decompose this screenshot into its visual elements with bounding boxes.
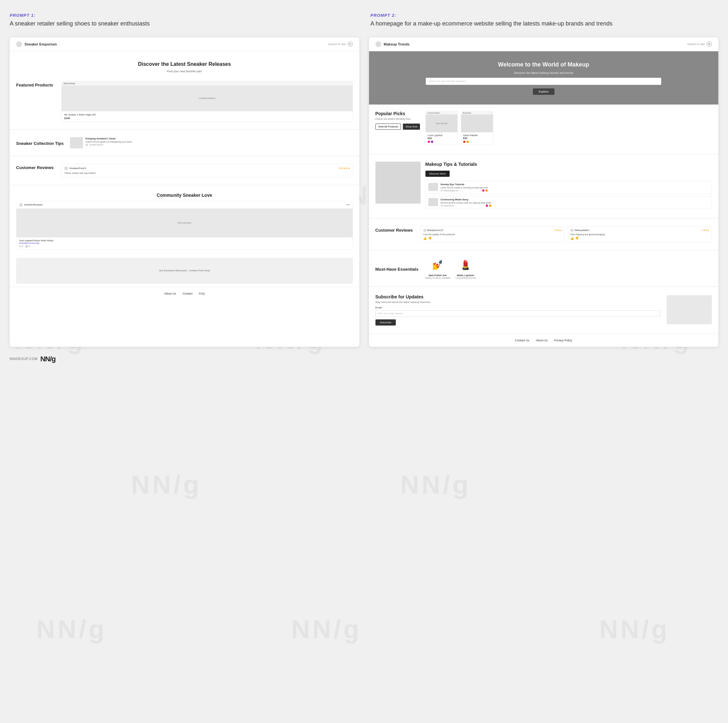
essential-2[interactable]: 💄 Matte Lipstick Long-lasting formula: [455, 258, 476, 279]
popular-buttons: View All Products Shop Now: [375, 124, 421, 130]
makeup-search-icon[interactable]: [707, 41, 712, 47]
tips-section: Sneaker Collection Tips Keeping Sneakers…: [10, 132, 359, 153]
footer-link-contact[interactable]: Contact: [182, 292, 193, 295]
comment-count[interactable]: 💬 5: [26, 245, 30, 248]
featured-product-card[interactable]: New Arrival Limited Edition Air Jordan 1…: [61, 81, 353, 122]
tutorial-1-card: Smoky Eye Tutorial Learn how to create a…: [425, 181, 712, 194]
tip-author-row: SneakCleaner: [86, 144, 132, 146]
review-2-stars: ★★★★: [702, 229, 709, 232]
makeup-product-2[interactable]: Bestseller Glow Palette $35: [461, 111, 493, 145]
view-products-button[interactable]: View All Products: [375, 124, 401, 130]
makeup-footer-about[interactable]: About Us: [536, 339, 548, 342]
explore-button[interactable]: Explore: [533, 89, 554, 95]
post-hashtag: #sneakercommunity: [19, 242, 350, 244]
product-1-detail: Luxe Lipstick $20: [426, 132, 457, 144]
sneaker-footer: About Us Contact FAQ: [10, 287, 359, 300]
author-avatar: [86, 144, 88, 146]
review-text: These shoes are top-notch!: [64, 172, 350, 175]
product-1-image: New Arrival: [426, 115, 457, 132]
essentials-title: Must-Have Essentials: [375, 265, 419, 272]
tutorial-1-icon-pink: [482, 189, 485, 191]
product-1-name: Luxe Lipstick: [428, 134, 456, 137]
shop-now-button[interactable]: Shop Now: [403, 124, 420, 130]
newsletter-section: Get Exclusive Discounts - Limited Time O…: [16, 258, 353, 283]
svg-line-3: [710, 44, 710, 45]
footer-link-about[interactable]: About Us: [164, 292, 176, 295]
tip-title: Keeping Sneakers Clean: [86, 137, 132, 140]
essential-1[interactable]: 💅 Nail Polish Set Variety of colors avai…: [425, 258, 450, 279]
search-icon[interactable]: [348, 41, 353, 47]
color-dot-purple: [431, 141, 433, 143]
essentials-products: 💅 Nail Polish Set Variety of colors avai…: [425, 258, 476, 279]
post-footer: Just copped these fresh kicks! #sneakerc…: [17, 237, 353, 250]
newsletter-text: Get Exclusive Discounts - Limited Time O…: [159, 269, 210, 272]
wireframes-row: Sneaker Emporium Search in site Discover…: [10, 37, 718, 346]
prompt-2-block: PROMPT 2: A homepage for a make-up ecomm…: [371, 10, 719, 31]
tutorial-1-author-row: MakeupByLise: [440, 189, 488, 191]
reviewer-avatar: [64, 167, 68, 170]
footer-link-faq[interactable]: FAQ: [199, 292, 205, 295]
popular-right: Limited Edition New Arrival Luxe Lipstic…: [425, 111, 493, 145]
sneaker-header: Sneaker Emporium Search in site: [10, 37, 359, 51]
tips-title: Makeup Tips & Tutorials: [425, 162, 712, 167]
makeup-search-bar[interactable]: Search for your favorite products...: [426, 78, 661, 85]
like-count[interactable]: ♥ 27: [19, 245, 23, 248]
review-2-thumbs-down-icon[interactable]: 👎: [575, 237, 579, 240]
sneaker-hero: Discover the Latest Sneaker Releases Fin…: [10, 51, 359, 76]
tutorial-2-desc: Get the perfect contour with our step-by…: [440, 202, 492, 204]
email-label: Email: [375, 306, 661, 309]
product-1-badge: Limited Edition: [426, 111, 457, 115]
makeup-footer-contact[interactable]: Contact Us: [515, 339, 529, 342]
tutorial-2-icon-orange: [489, 205, 491, 207]
makeup-search-placeholder: Search for your favorite products...: [428, 80, 468, 83]
thumbs-up-icon[interactable]: 👍: [423, 237, 427, 240]
review-1-text: Love the quality of the products!: [423, 233, 562, 236]
tip-image: [70, 137, 83, 149]
color-dot-red: [463, 141, 465, 143]
makeup-search-label: Search in site: [687, 43, 705, 46]
sneaker-hero-title: Discover the Latest Sneaker Releases: [16, 61, 353, 68]
product-1-arrival: New Arrival: [436, 122, 447, 124]
tip-card: Keeping Sneakers Clean Check out our gui…: [70, 137, 353, 149]
essential-2-name: Matte Lipstick: [455, 274, 476, 277]
email-input[interactable]: Enter your email address: [375, 310, 661, 317]
post-author-row: KicksEnthusiast: [19, 203, 42, 207]
review-header: SneakerFan21 ★★★★★: [64, 167, 350, 170]
makeup-reviews-label: Customer Reviews: [375, 226, 414, 233]
makeup-footer: Contact Us About Us Privacy Policy: [369, 334, 719, 347]
discover-more-button[interactable]: Discover More: [425, 171, 450, 177]
tip-content: Keeping Sneakers Clean Check out our gui…: [86, 137, 132, 146]
subscribe-title: Subscribe for Updates: [375, 294, 661, 299]
thumbs-down-icon[interactable]: 👎: [428, 237, 431, 240]
popular-subtitle: Check out what's trending now: [375, 118, 421, 120]
review-1-header: BeautyGuru123 ★★★★: [423, 229, 562, 232]
reviewer-1-row: BeautyGuru123: [423, 229, 443, 232]
tutorial-2-author-row: GlamGuru: [440, 205, 492, 207]
essential-1-desc: Variety of colors available: [425, 277, 450, 279]
email-placeholder: Enter your email address: [378, 312, 403, 314]
tutorial-2-card: Contouring Made Easy Get the perfect con…: [425, 196, 712, 209]
post-options-icon[interactable]: •••: [346, 203, 350, 207]
makeup-product-1[interactable]: Limited Edition New Arrival Luxe Lipstic…: [425, 111, 458, 145]
makeup-review-1: BeautyGuru123 ★★★★ Love the quality of t…: [421, 226, 565, 243]
reviewer-1-avatar: [423, 229, 427, 232]
product-1-colors: [428, 141, 456, 143]
sneaker-wireframe: Sneaker Emporium Search in site Discover…: [10, 37, 359, 346]
svg-point-0: [349, 43, 350, 45]
review-2-thumbs-up-icon[interactable]: 👍: [570, 237, 574, 240]
product-2-name: Glow Palette: [463, 134, 491, 137]
sneaker-logo-area: Sneaker Emporium: [16, 41, 57, 47]
makeup-review-2: MakeupAddict... ★★★★ Fast shipping and g…: [568, 226, 712, 243]
reviewer-2-row: MakeupAddict...: [570, 229, 590, 232]
subscribe-button[interactable]: Subscribe: [375, 319, 396, 326]
makeup-hero-title: Welcome to the World of Makeup: [375, 61, 712, 68]
makeup-search-area[interactable]: Search in site: [687, 41, 712, 47]
featured-label: Featured Products: [16, 81, 55, 87]
color-dot-pink: [428, 141, 430, 143]
makeup-logo-area: Makeup Trends: [375, 41, 410, 47]
reviews-label: Customer Reviews: [16, 164, 55, 170]
sneaker-search-area[interactable]: Search in site: [328, 41, 353, 47]
makeup-tips-section: Makeup Tips & Tutorials Discover More Sm…: [369, 157, 719, 216]
makeup-footer-privacy[interactable]: Privacy Policy: [554, 339, 572, 342]
post-caption: Just copped these fresh kicks!: [19, 239, 350, 242]
